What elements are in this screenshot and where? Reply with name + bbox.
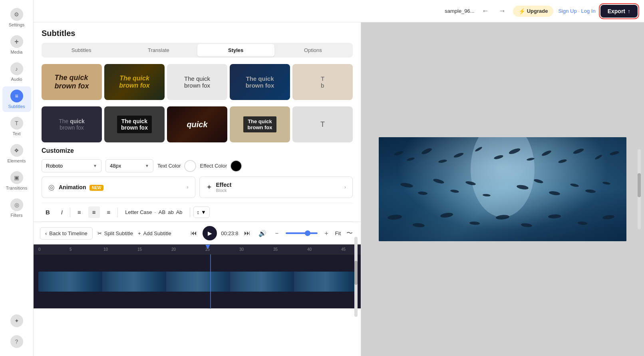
align-right-button[interactable]: ≡: [103, 206, 115, 218]
sidebar-item-subtitles[interactable]: ≡ Subtitles: [2, 86, 31, 112]
svg-point-11: [558, 159, 567, 164]
style-card-1[interactable]: The quickbrown fox: [42, 64, 102, 100]
back-icon: ‹: [45, 230, 47, 236]
preview-scrollbar-thumb[interactable]: [638, 173, 641, 197]
timeline-content: [34, 254, 361, 309]
sidebar-item-text[interactable]: T Text: [2, 114, 31, 139]
italic-button[interactable]: I: [57, 206, 67, 218]
svg-point-32: [521, 223, 533, 228]
svg-point-10: [541, 150, 552, 157]
sidebar-item-transitions-label: Transitions: [6, 186, 27, 190]
redo-button[interactable]: →: [496, 5, 508, 17]
zoom-in-button[interactable]: ＋: [322, 228, 331, 239]
sidebar: ⚙ Settings + Media ♪ Audio ≡ Subtitles T…: [0, 0, 34, 356]
signup-link[interactable]: Sign Up: [558, 8, 576, 14]
zoom-slider-container: [286, 232, 318, 234]
svg-point-1: [394, 150, 403, 156]
fit-button[interactable]: Fit: [335, 230, 341, 236]
sidebar-item-help[interactable]: ?: [2, 332, 31, 351]
upgrade-button[interactable]: ⚡ Upgrade: [513, 6, 554, 17]
effect-icon: ✦: [206, 183, 212, 192]
text-color-swatch[interactable]: [184, 160, 196, 172]
font-select[interactable]: Roboto ▼: [42, 159, 101, 172]
elements-icon: ❖: [10, 144, 23, 157]
svg-point-24: [570, 183, 579, 187]
svg-point-35: [602, 214, 615, 220]
zoom-out-button[interactable]: －: [272, 228, 282, 239]
zoom-thumb: [305, 230, 310, 236]
scrollbar-thumb[interactable]: [354, 261, 358, 285]
right-controls: 🔊 － ＋ Fit 〜: [257, 228, 354, 239]
style-card-4[interactable]: The quickbrown fox: [230, 64, 290, 100]
tab-styles[interactable]: Styles: [197, 44, 274, 56]
preview-scrollbar[interactable]: [638, 149, 641, 229]
animation-card[interactable]: ◎ Animation NEW ›: [42, 176, 195, 198]
style-card-6-text: The quickbrown fox: [59, 118, 85, 131]
play-button[interactable]: ▶: [203, 226, 217, 240]
align-left-button[interactable]: ≡: [74, 206, 85, 218]
timeline-area: 0 5 10 15 20 25 30 35 40 45: [34, 244, 361, 308]
sidebar-item-elements[interactable]: ❖ Elements: [2, 141, 31, 166]
sidebar-item-settings-label: Settings: [9, 22, 25, 27]
svg-point-2: [407, 157, 415, 162]
ruler-40: 40: [307, 247, 312, 252]
volume-button[interactable]: 🔊: [257, 228, 268, 239]
line-spacing-select[interactable]: ↕ ▼: [193, 206, 210, 218]
playhead-line: [210, 254, 211, 309]
tab-subtitles[interactable]: Subtitles: [43, 44, 120, 56]
waveform-button[interactable]: 〜: [345, 228, 354, 239]
split-label: Split Subtitle: [104, 230, 133, 236]
playhead-top: [205, 245, 210, 249]
sidebar-item-media[interactable]: + Media: [2, 32, 31, 58]
dot-separator: ·: [578, 8, 580, 14]
svg-point-15: [400, 182, 413, 188]
style-card-7[interactable]: The quickbrown fox: [104, 106, 165, 142]
sidebar-item-filters[interactable]: ◎ Filters: [2, 195, 31, 221]
split-subtitle-button[interactable]: ✂ Split Subtitle: [97, 230, 133, 236]
back-to-timeline-button[interactable]: ‹ Back to Timeline: [40, 227, 93, 240]
ruler-35: 35: [273, 247, 278, 252]
timeline-scrollbar[interactable]: [354, 237, 358, 317]
login-link[interactable]: Log In: [581, 8, 596, 14]
align-center-button[interactable]: ≡: [88, 206, 100, 218]
sidebar-item-sparkle[interactable]: ✦: [2, 311, 31, 330]
style-card-3[interactable]: The quickbrown fox: [167, 64, 227, 100]
ruler-45: 45: [341, 247, 346, 252]
effect-card[interactable]: ✦ Effect Block ›: [199, 176, 353, 198]
effect-arrow: ›: [344, 184, 346, 190]
ruler-20: 20: [171, 247, 176, 252]
style-card-1-text: The quickbrown fox: [55, 74, 89, 90]
customize-title: Customize: [42, 147, 353, 154]
sidebar-item-audio[interactable]: ♪ Audio: [2, 59, 31, 85]
letter-case-label: Letter Case: [125, 209, 152, 215]
style-card-5[interactable]: Tb: [292, 64, 353, 100]
sidebar-item-settings[interactable]: ⚙ Settings: [2, 5, 31, 30]
timeline-track[interactable]: [38, 272, 356, 292]
rewind-button[interactable]: ⏮: [189, 228, 199, 238]
letter-case-Ab: Ab: [176, 209, 183, 215]
add-subtitle-button[interactable]: + Add Subtitle: [138, 230, 171, 236]
svg-point-5: [453, 152, 464, 158]
effect-color-swatch[interactable]: [230, 160, 242, 172]
undo-button[interactable]: ←: [479, 5, 491, 17]
bold-button[interactable]: B: [42, 206, 54, 218]
style-card-2[interactable]: The quickbrown fox: [104, 64, 165, 100]
sidebar-item-transitions[interactable]: ▣ Transitions: [2, 168, 31, 194]
top-bar: sample_96... ← → ⚡ Upgrade Sign Up · Log…: [34, 0, 644, 22]
size-select[interactable]: 48px ▼: [105, 159, 153, 172]
tab-options[interactable]: Options: [274, 44, 352, 56]
style-card-8[interactable]: quick: [167, 106, 227, 142]
style-card-9[interactable]: The quickbrown fox: [230, 106, 290, 142]
playback-controls: ⏮ ▶ 00:23:8 ⏭: [189, 226, 252, 240]
format-row: B I ≡ ≡ ≡ Letter Case - AB ab Ab: [42, 203, 353, 222]
style-card-10[interactable]: T: [292, 106, 353, 142]
export-icon: ↑: [628, 8, 630, 14]
export-button[interactable]: Export ↑: [600, 5, 638, 18]
sidebar-item-subtitles-label: Subtitles: [8, 104, 25, 109]
tab-translate[interactable]: Translate: [120, 44, 197, 56]
style-card-6[interactable]: The quickbrown fox: [42, 106, 102, 142]
effect-row: ◎ Animation NEW › ✦ Effect Block ›: [42, 176, 353, 198]
zoom-slider[interactable]: [286, 232, 318, 234]
fast-forward-button[interactable]: ⏭: [242, 228, 252, 238]
letter-case-select[interactable]: Letter Case - AB ab Ab: [121, 207, 186, 218]
